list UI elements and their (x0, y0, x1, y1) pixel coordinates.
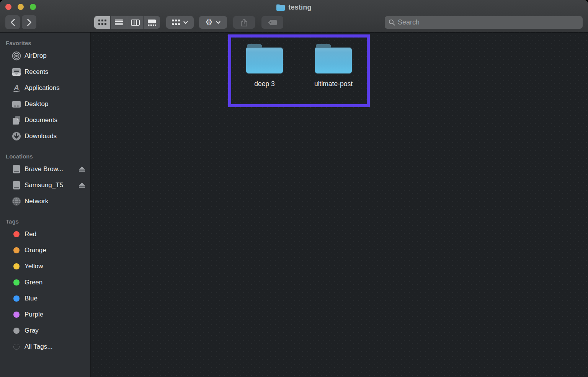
sidebar-item-network[interactable]: Network (0, 193, 90, 209)
search-icon (389, 19, 395, 26)
folder-icon (315, 44, 352, 73)
sidebar-item-tag-gray[interactable]: Gray (0, 323, 90, 339)
folder-label: deep 3 (254, 80, 275, 88)
sidebar-item-airdrop[interactable]: AirDrop (0, 48, 90, 64)
sidebar-item-label: Desktop (24, 100, 48, 108)
forward-button[interactable] (22, 15, 36, 29)
sidebar-item-label: Network (24, 197, 48, 205)
titlebar: testing (0, 2, 588, 12)
sidebar-item-brave-browser[interactable]: Brave Brow... (0, 161, 90, 177)
list-view-icon (115, 20, 123, 25)
all-tags-icon (13, 344, 20, 350)
group-icon (172, 20, 180, 26)
sidebar-item-tag-orange[interactable]: Orange (0, 242, 90, 258)
sidebar-item-label: Green (24, 279, 42, 286)
sidebar-item-label: Orange (24, 246, 46, 254)
sidebar-item-label: Blue (24, 295, 38, 302)
drive-icon (11, 181, 21, 190)
sidebar-item-recents[interactable]: Recents (0, 64, 90, 80)
sidebar-item-samsung-t5[interactable]: Samsung_T5 (0, 177, 90, 193)
drive-icon (11, 165, 21, 174)
sidebar-item-documents[interactable]: Documents (0, 112, 90, 128)
gear-icon: ⚙ (206, 18, 213, 26)
share-button[interactable] (233, 16, 255, 29)
tag-button[interactable] (261, 16, 283, 29)
search-input[interactable] (398, 18, 579, 26)
sidebar-item-label: Samsung_T5 (24, 181, 63, 189)
chevron-right-icon (27, 18, 32, 26)
sidebar-item-tag-green[interactable]: Green (0, 274, 90, 291)
column-view-button[interactable] (127, 16, 144, 29)
folder-item-ultimate-post[interactable]: ultimate-post (307, 44, 360, 88)
tag-green-icon (13, 279, 20, 286)
sidebar-section-locations: Locations (0, 151, 90, 161)
folder-icon (276, 4, 285, 11)
tag-blue-icon (13, 295, 20, 302)
svg-text:A: A (13, 83, 19, 91)
documents-icon (11, 116, 21, 125)
file-view[interactable]: deep 3 ultimate-post (91, 33, 588, 377)
action-menu-button[interactable]: ⚙ (199, 16, 227, 29)
folder-label: ultimate-post (314, 80, 353, 88)
sidebar-item-label: Gray (24, 327, 39, 335)
view-switcher (94, 16, 160, 29)
gallery-view-button[interactable] (144, 16, 160, 29)
tag-red-icon (13, 231, 20, 237)
recents-icon (11, 68, 21, 76)
finder-window: testing (0, 0, 588, 377)
applications-icon: A (11, 83, 21, 93)
sidebar-section-favorites: Favorites (0, 38, 90, 48)
search-field (385, 16, 583, 29)
sidebar-item-tag-blue[interactable]: Blue (0, 291, 90, 307)
sidebar-item-label: Brave Brow... (24, 165, 63, 173)
tag-gray-icon (13, 328, 20, 334)
tag-purple-icon (13, 312, 20, 318)
selection-highlight-box: deep 3 ultimate-post (228, 34, 370, 107)
sidebar-item-all-tags[interactable]: All Tags... (0, 339, 90, 355)
sidebar: Favorites AirDrop (0, 33, 91, 377)
icon-view-button[interactable] (94, 16, 111, 29)
network-icon (11, 197, 21, 206)
tag-yellow-icon (13, 263, 20, 269)
chevron-down-icon (183, 21, 188, 24)
column-view-icon (131, 20, 140, 26)
gallery-view-icon (147, 20, 156, 26)
downloads-icon (11, 132, 21, 141)
chevron-down-icon (216, 21, 220, 24)
sidebar-item-label: Documents (24, 116, 57, 124)
tag-orange-icon (13, 247, 20, 253)
chevron-left-icon (10, 18, 15, 26)
sidebar-item-label: Recents (24, 68, 48, 76)
icon-view-icon (98, 20, 106, 25)
sidebar-item-tag-yellow[interactable]: Yellow (0, 258, 90, 274)
sidebar-item-downloads[interactable]: Downloads (0, 128, 90, 144)
sidebar-item-label: Yellow (24, 263, 43, 270)
sidebar-item-desktop[interactable]: Desktop (0, 96, 90, 112)
sidebar-section-tags: Tags (0, 216, 90, 226)
group-button[interactable] (166, 16, 194, 29)
sidebar-item-label: AirDrop (24, 52, 47, 60)
sidebar-item-label: Purple (24, 311, 43, 318)
airdrop-icon (11, 51, 21, 60)
sidebar-item-label: All Tags... (24, 343, 52, 351)
folder-item-deep-3[interactable]: deep 3 (238, 44, 291, 88)
eject-button[interactable] (79, 166, 85, 172)
window-header: testing (0, 0, 588, 33)
sidebar-item-label: Applications (24, 84, 60, 92)
eject-icon (79, 183, 85, 188)
eject-icon (79, 166, 85, 172)
sidebar-item-applications[interactable]: A Applications (0, 80, 90, 96)
list-view-button[interactable] (111, 16, 127, 29)
sidebar-item-label: Downloads (24, 132, 57, 140)
sidebar-item-label: Red (24, 230, 36, 238)
desktop-icon (11, 101, 21, 108)
tag-icon (268, 20, 277, 26)
back-button[interactable] (5, 15, 20, 29)
window-title: testing (288, 3, 311, 11)
sidebar-item-tag-purple[interactable]: Purple (0, 307, 90, 323)
folder-icon (246, 44, 283, 73)
eject-button[interactable] (79, 183, 85, 188)
sidebar-item-tag-red[interactable]: Red (0, 226, 90, 242)
share-icon (241, 18, 248, 27)
